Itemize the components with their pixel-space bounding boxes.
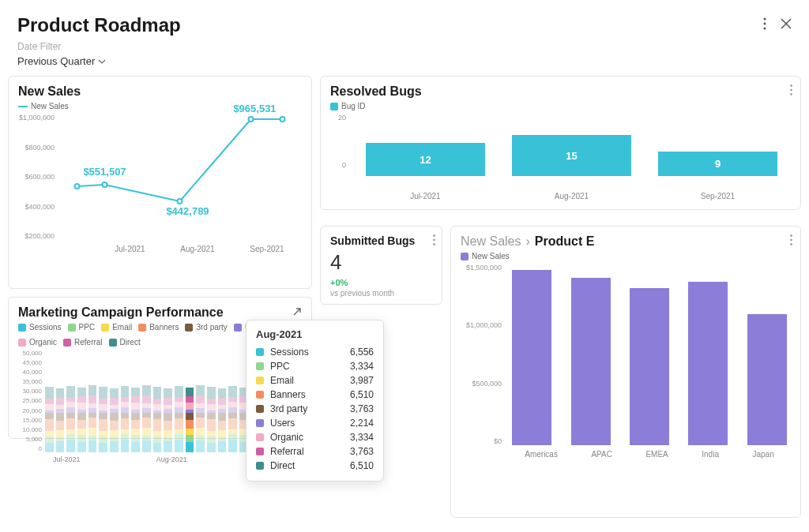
mk-column[interactable] (88, 385, 97, 452)
mk-segment (110, 388, 119, 398)
mk-segment (56, 405, 65, 409)
mk-segment (99, 413, 107, 419)
mk-segment (153, 404, 162, 410)
mk-segment (164, 421, 172, 430)
new-sales-line-chart[interactable]: $551,507 $442,789 $965,531 (58, 114, 302, 240)
legend-swatch (18, 324, 26, 332)
mk-column[interactable] (66, 386, 75, 452)
product-e-chart[interactable]: $1,500,000 $1,000,000 $500,000 $0 Americ… (461, 264, 791, 477)
header-more-icon[interactable] (763, 17, 766, 33)
mk-column[interactable] (164, 388, 172, 452)
mk-segment (56, 398, 65, 405)
mk-segment (45, 413, 54, 419)
mk-column[interactable] (153, 387, 162, 452)
card-more-icon[interactable] (433, 234, 435, 249)
mk-column[interactable] (186, 388, 194, 452)
mk-segment (142, 440, 151, 452)
mk-segment (218, 405, 227, 409)
mk-segment (228, 440, 237, 452)
rb-ytick: 20 (330, 114, 346, 122)
mk-column[interactable] (142, 385, 151, 452)
crumb-parent[interactable]: New Sales (461, 234, 521, 249)
rb-bar[interactable]: 9 (658, 152, 778, 176)
legend-label: PPC (79, 323, 96, 332)
mk-column[interactable] (218, 388, 227, 452)
close-icon[interactable] (781, 18, 792, 32)
rb-bar[interactable]: 12 (366, 143, 486, 176)
new-sales-card: New Sales New Sales $1,000,000 $800,000 … (8, 76, 312, 289)
mk-segment (142, 385, 151, 395)
mk-segment (228, 386, 237, 397)
mk-segment (110, 398, 119, 405)
mk-segment (121, 418, 130, 429)
mk-segment (110, 441, 119, 452)
mk-segment (207, 387, 216, 399)
expand-icon[interactable] (292, 305, 302, 320)
ns-ytick: $400,000 (18, 203, 55, 211)
submitted-bugs-subtitle: vs previous month (330, 289, 432, 298)
mk-segment (131, 403, 140, 410)
mk-segment (186, 435, 194, 442)
mk-segment (228, 397, 237, 402)
product-e-breadcrumb[interactable]: New Sales › Product E (461, 234, 791, 249)
legend-swatch (234, 324, 242, 332)
svg-point-17 (790, 234, 792, 236)
mk-segment (121, 407, 130, 413)
pe-bar[interactable] (747, 314, 787, 445)
tooltip-row: Direct6,510 (256, 459, 374, 473)
mk-column[interactable] (175, 386, 183, 452)
mk-segment (45, 436, 54, 443)
mk-column[interactable] (77, 388, 86, 452)
mk-column[interactable] (121, 386, 130, 452)
mk-segment (56, 430, 65, 437)
new-sales-title: New Sales (18, 84, 302, 99)
pe-bar[interactable] (630, 288, 669, 445)
mk-segment (207, 410, 216, 413)
pe-bar[interactable] (571, 278, 611, 445)
mk-column[interactable] (56, 388, 65, 452)
mk-segment (77, 403, 86, 410)
tooltip-swatch (256, 348, 264, 356)
tooltip-swatch (256, 448, 264, 455)
mk-column[interactable] (228, 386, 237, 452)
mk-column[interactable] (45, 387, 54, 452)
mk-segment (186, 429, 194, 435)
tooltip-row: Banners6,510 (256, 388, 374, 402)
mk-segment (99, 419, 107, 431)
pe-bar[interactable] (512, 270, 551, 445)
mk-segment (131, 429, 140, 435)
resolved-bugs-chart[interactable]: 20 0 12 Jul-2021 15 Aug-2021 9 Sep-2021 (330, 114, 791, 200)
mk-column[interactable] (207, 387, 216, 452)
marketing-tooltip: Aug-2021 Sessions6,556PPC3,334Email3,987… (246, 320, 384, 481)
card-more-icon[interactable] (790, 84, 792, 99)
tooltip-swatch (256, 362, 264, 370)
mk-column[interactable] (99, 387, 107, 452)
mk-segment (45, 404, 54, 410)
mk-ytick: 15,000 (18, 417, 42, 424)
ns-ytick: $200,000 (18, 232, 55, 240)
mk-column[interactable] (131, 388, 140, 452)
mk-column[interactable] (196, 385, 205, 452)
date-filter-dropdown[interactable]: Previous Quarter (17, 55, 106, 67)
chevron-right-icon: › (525, 234, 529, 249)
pe-xtick: EMEA (645, 450, 668, 459)
tooltip-label: 3rd party (270, 403, 307, 414)
mk-ytick: 45,000 (18, 359, 42, 366)
mk-segment (77, 435, 86, 442)
mk-ytick: 25,000 (18, 397, 42, 404)
tooltip-row: 3rd party3,763 (256, 402, 374, 416)
rb-xtick: Aug-2021 (555, 192, 589, 200)
mk-column[interactable] (110, 388, 119, 452)
mk-segment (99, 436, 107, 443)
mk-segment (207, 404, 216, 410)
filter-value-text: Previous Quarter (17, 55, 95, 67)
resolved-bugs-title: Resolved Bugs (330, 84, 791, 99)
mk-segment (121, 402, 130, 407)
card-more-icon[interactable] (790, 234, 792, 249)
mk-segment (196, 385, 205, 395)
mk-segment (66, 402, 75, 407)
rb-bar[interactable]: 15 (512, 135, 632, 176)
tooltip-value: 3,334 (350, 361, 374, 372)
pe-bar[interactable] (688, 282, 728, 445)
mk-segment (77, 429, 86, 435)
